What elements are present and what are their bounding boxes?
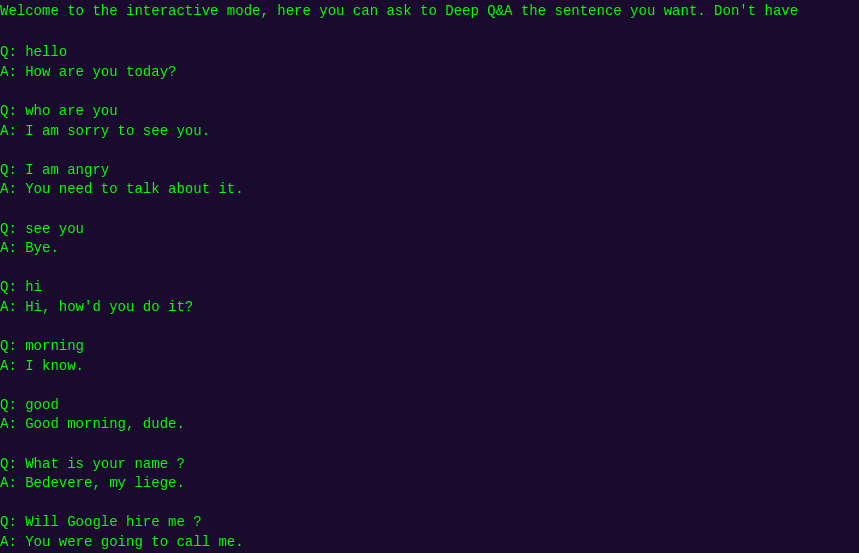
- a-line: A: I know.: [0, 357, 859, 377]
- q-line: Q: who are you: [0, 102, 859, 122]
- a-line: A: Bedevere, my liege.: [0, 474, 859, 494]
- q-line: Q: I am angry: [0, 161, 859, 181]
- q-line: Q: hi: [0, 278, 859, 298]
- q-line: Q: morning: [0, 337, 859, 357]
- a-line: A: Bye.: [0, 239, 859, 259]
- a-line: A: Good morning, dude.: [0, 415, 859, 435]
- q-line: Q: see you: [0, 220, 859, 240]
- q-line: Q: What is your name ?: [0, 455, 859, 475]
- empty-line: [0, 24, 859, 44]
- a-line: A: I am sorry to see you.: [0, 122, 859, 142]
- empty-line: [0, 82, 859, 102]
- empty-line: [0, 318, 859, 338]
- q-line: Q: hello: [0, 43, 859, 63]
- empty-line: [0, 435, 859, 455]
- empty-line: [0, 200, 859, 220]
- a-line: A: You were going to call me.: [0, 533, 859, 553]
- empty-line: [0, 259, 859, 279]
- q-line: Q: Will Google hire me ?: [0, 513, 859, 533]
- q-line: Q: good: [0, 396, 859, 416]
- a-line: A: You need to talk about it.: [0, 180, 859, 200]
- empty-line: [0, 494, 859, 514]
- conversation: Q: helloA: How are you today?Q: who are …: [0, 24, 859, 553]
- empty-line: [0, 141, 859, 161]
- a-line: A: Hi, how'd you do it?: [0, 298, 859, 318]
- a-line: A: How are you today?: [0, 63, 859, 83]
- empty-line: [0, 376, 859, 396]
- welcome-line: Welcome to the interactive mode, here yo…: [0, 0, 859, 24]
- terminal: Welcome to the interactive mode, here yo…: [0, 0, 859, 553]
